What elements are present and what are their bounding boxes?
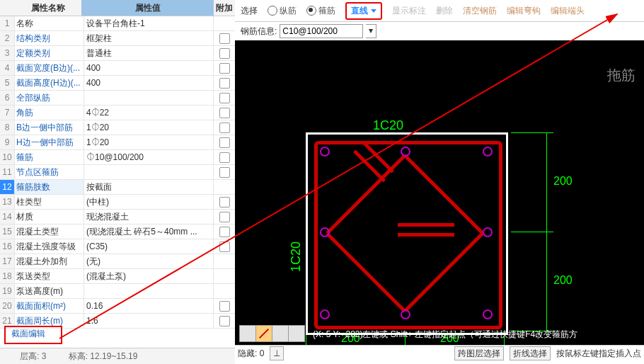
property-row[interactable]: 20截面面积(m²)0.16 [0, 299, 235, 314]
rebar-info-bar: 钢筋信息: ▾ [235, 22, 644, 40]
extra-checkbox[interactable] [219, 227, 230, 237]
tool-4[interactable] [288, 325, 305, 342]
section-edit-highlight [4, 326, 62, 344]
layer-select-button[interactable]: 跨图层选择 [454, 346, 504, 360]
property-row[interactable]: 2结构类别框架柱 [0, 31, 235, 46]
extra-checkbox[interactable] [219, 167, 230, 178]
col-value: 属性值 [81, 0, 214, 16]
property-row[interactable]: 12箍筋肢数按截面 [0, 180, 235, 195]
hidden-count: 隐藏: 0 [238, 348, 264, 360]
floor-label: 层高: 3 [20, 351, 46, 361]
property-panel: 属性名称 属性值 附加 1名称设备平台角柱-12结构类别框架柱3定额类别普通柱4… [0, 0, 236, 364]
clear-rebar-button[interactable]: 清空钢筋 [463, 5, 497, 17]
ortho-button[interactable]: ⊥ [270, 346, 284, 360]
dim-right-1: 200 [553, 175, 573, 188]
property-row[interactable]: 1名称设备平台角柱-1 [0, 16, 235, 31]
poly-select-button[interactable]: 折线选择 [510, 346, 551, 360]
edit-hook-button[interactable]: 编辑弯钩 [507, 5, 541, 17]
col-extra: 附加 [214, 0, 235, 16]
extra-checkbox[interactable] [219, 301, 230, 312]
property-row[interactable]: 9H边一侧中部筋1⏀20 [0, 135, 235, 150]
toujin-label: 拖筋 [607, 66, 636, 85]
tool-2[interactable] [255, 325, 272, 342]
showlabel-button[interactable]: 显示标注 [392, 5, 426, 17]
col-name: 属性名称 [14, 0, 81, 16]
extra-checkbox[interactable] [219, 63, 230, 74]
rebar-info-dropdown[interactable]: ▾ [366, 24, 376, 38]
property-row[interactable]: 13柱类型(中柱) [0, 195, 235, 210]
extra-checkbox[interactable] [219, 108, 230, 118]
extra-checkbox[interactable] [219, 48, 230, 59]
extra-checkbox[interactable] [219, 212, 230, 222]
property-row[interactable]: 4截面宽度(B边)(...400 [0, 61, 235, 76]
property-row[interactable]: 14材质现浇混凝土 [0, 210, 235, 224]
extra-checkbox[interactable] [219, 241, 230, 252]
property-row[interactable]: 8B边一侧中部筋1⏀20 [0, 120, 235, 135]
property-row[interactable]: 7角筋4⏀22 [0, 106, 235, 120]
line-dropdown-button[interactable]: 直线 [345, 2, 382, 20]
extra-checkbox[interactable] [219, 78, 230, 89]
diamond-tie [327, 154, 483, 309]
property-row[interactable]: 18泵送类型(混凝土泵) [0, 269, 235, 284]
edit-end-button[interactable]: 编辑端头 [551, 5, 585, 17]
dim-right-2: 200 [553, 274, 573, 287]
select-label[interactable]: 选择 [241, 5, 258, 17]
zongjin-radio[interactable]: 纵筋 [268, 5, 297, 17]
extra-checkbox[interactable] [219, 152, 230, 163]
extra-checkbox[interactable] [219, 316, 230, 326]
property-header: 属性名称 属性值 附加 [0, 0, 235, 16]
extra-checkbox[interactable] [219, 123, 230, 133]
section-canvas[interactable]: 拖筋 1C20 1C20 200 200 200 200 [235, 40, 644, 345]
property-row[interactable]: 10箍筋⏀10@100/200 [0, 150, 235, 165]
property-row[interactable]: 6全部纵筋 [0, 91, 235, 106]
delete-button[interactable]: 删除 [436, 5, 453, 17]
property-row[interactable]: 17混凝土外加剂(无) [0, 254, 235, 269]
tool-1[interactable] [239, 325, 256, 342]
extra-checkbox[interactable] [219, 197, 230, 207]
mouse-hint: 按鼠标左键指定插入点 [556, 348, 641, 360]
extra-checkbox[interactable] [219, 33, 230, 44]
drawing-panel: 选择 纵筋 箍筋 直线 显示标注 删除 清空钢筋 编辑弯钩 编辑端头 钢筋信息:… [235, 0, 644, 364]
gujin-radio[interactable]: 箍筋 [306, 5, 335, 17]
property-row[interactable]: 11节点区箍筋 [0, 165, 235, 180]
rebar-label-top: 1C20 [373, 118, 403, 133]
rebar-toolbar: 选择 纵筋 箍筋 直线 显示标注 删除 清空钢筋 编辑弯钩 编辑端头 [235, 0, 644, 22]
chevron-down-icon [371, 9, 376, 13]
rebar-info-input[interactable] [280, 24, 363, 38]
tool-3[interactable] [272, 325, 289, 342]
left-footer: 层高: 3 标高: 12.19~15.19 [0, 348, 235, 364]
property-row[interactable]: 19泵送高度(m) [0, 284, 235, 299]
property-row[interactable]: 15混凝土类型(现浇混凝土 碎石5～40mm ... [0, 224, 235, 239]
property-row[interactable]: 3定额类别普通柱 [0, 46, 235, 61]
rebar-label-left: 1C20 [289, 241, 304, 272]
extra-checkbox[interactable] [219, 93, 230, 103]
rebar-info-label: 钢筋信息: [241, 25, 277, 38]
elev-label: 标高: 12.19~15.19 [69, 351, 138, 361]
extra-checkbox[interactable] [219, 137, 230, 148]
coord-hint: (X: 5 Y: -282)左键或 Shift+ 左键指定起点（可通过快捷键F4… [313, 329, 577, 341]
property-row[interactable]: 5截面高度(H边)(...400 [0, 76, 235, 91]
status-bar: 隐藏: 0 ⊥ 跨图层选择 折线选择 按鼠标左键指定插入点 [235, 345, 644, 361]
canvas-tool-strip [239, 325, 304, 342]
property-row[interactable]: 16混凝土强度等级(C35) [0, 239, 235, 254]
